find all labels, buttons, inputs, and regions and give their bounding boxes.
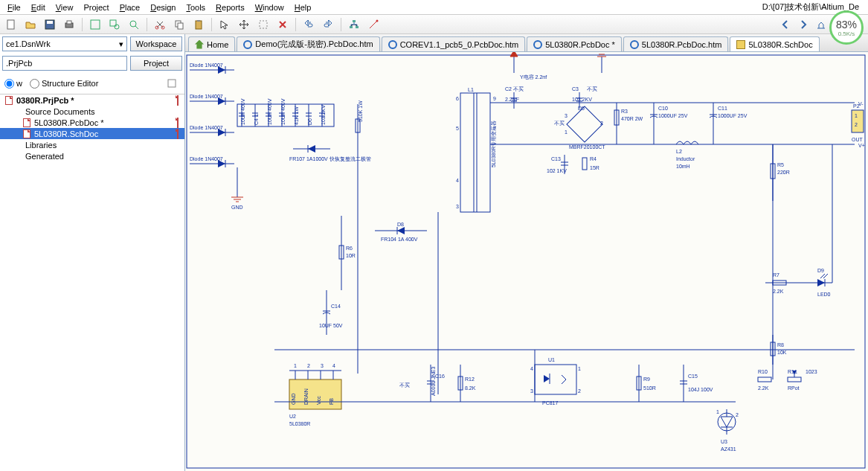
- svg-rect-19: [356, 26, 359, 28]
- radio-structure-input[interactable]: [30, 79, 39, 89]
- pin-5: 5: [456, 126, 459, 131]
- nb1-label: 不买: [399, 382, 410, 388]
- undo-button[interactable]: [300, 16, 317, 33]
- document-tab[interactable]: COREV1.1_pcb5_0.PcbDoc.htm: [382, 36, 526, 51]
- radio-fileview-input[interactable]: [4, 79, 14, 89]
- radio-structure[interactable]: Structure Editor: [30, 79, 98, 89]
- p2-label: P2: [853, 103, 860, 109]
- print-button[interactable]: [61, 16, 77, 33]
- tree-item-label: 0380R.PrjPcb *: [16, 96, 74, 105]
- r6v-label: 10R: [346, 253, 356, 258]
- select-button[interactable]: [216, 16, 233, 33]
- tree-item[interactable]: 0380R.PrjPcb *: [0, 94, 184, 106]
- c2-label: C2 不买: [505, 86, 524, 92]
- document-tab[interactable]: 5L0380R.PcbDoc.htm: [623, 36, 729, 51]
- r12-label: R12: [465, 377, 475, 382]
- project-field[interactable]: .PrjPcb: [2, 56, 127, 71]
- menu-window[interactable]: Window: [251, 1, 289, 13]
- menu-place[interactable]: Place: [115, 1, 145, 13]
- tree-item[interactable]: Libraries: [0, 139, 184, 150]
- svg-marker-139: [817, 279, 825, 286]
- speed-rate: 0.5K/s: [838, 31, 855, 37]
- project-tree[interactable]: 0380R.PrjPcb *Source Documents5L0380R.Pc…: [0, 94, 184, 471]
- l2a-label: Inductor: [676, 156, 695, 161]
- menu-design[interactable]: Design: [146, 1, 180, 13]
- move-button[interactable]: [236, 16, 252, 33]
- pin-3: 3: [456, 204, 459, 209]
- r9v-label: 510R: [643, 385, 656, 391]
- tree-item[interactable]: 5L0380R.SchDoc: [0, 128, 184, 139]
- document-tab[interactable]: Home: [188, 36, 235, 51]
- svg-rect-23: [187, 55, 865, 468]
- r5v-label: 220R: [777, 170, 790, 175]
- r7-label: R7: [773, 272, 779, 278]
- menu-help[interactable]: Help: [290, 1, 316, 13]
- tree-item[interactable]: Generated: [0, 150, 184, 161]
- document-tab[interactable]: Demo(完成版-脱密).PcbDoc.htm: [237, 36, 379, 51]
- ie-icon: [533, 40, 542, 49]
- project-field-value: .PrjPcb: [6, 59, 32, 68]
- u2-n1: 1: [294, 363, 297, 368]
- toolbar-separator: [211, 18, 212, 31]
- main-area: ce1.DsnWrk ▾ Workspace .PrjPcb Project w…: [0, 34, 868, 471]
- schematic-canvas[interactable]: Diode 1N4007 Diode 1N4007 Diode 1N4007 D…: [185, 52, 868, 471]
- tree-item[interactable]: Source Documents: [0, 106, 184, 117]
- menu-project[interactable]: Project: [79, 1, 113, 13]
- save-button[interactable]: [42, 16, 58, 33]
- u2-n2: 2: [307, 363, 310, 368]
- deselect-button[interactable]: [255, 16, 271, 33]
- menu-edit[interactable]: Edit: [27, 1, 50, 13]
- cross-probe-button[interactable]: [365, 16, 382, 33]
- menu-reports[interactable]: Reports: [211, 1, 249, 13]
- workspace-combo[interactable]: ce1.DsnWrk ▾: [2, 36, 127, 51]
- zoom-area-button[interactable]: [106, 16, 123, 33]
- menu-view[interactable]: View: [51, 1, 78, 13]
- p2-pin1: 1: [855, 113, 858, 118]
- transformer-label: 5L0380R专用变压器: [491, 121, 497, 167]
- d8-label: D8: [397, 222, 404, 227]
- panel-options-button[interactable]: [164, 75, 180, 92]
- d9-label: D9: [817, 268, 824, 273]
- tree-item[interactable]: 5L0380R.PcbDoc *: [0, 117, 184, 128]
- menu-file[interactable]: File: [3, 1, 25, 13]
- d5b-label: 不买: [554, 121, 565, 126]
- u1-p3: 3: [530, 388, 533, 394]
- paste-button[interactable]: [190, 16, 207, 33]
- nav-home-button[interactable]: [813, 16, 829, 33]
- document-tab[interactable]: 5L0380R.SchDoc: [730, 36, 819, 51]
- fr104-label: FR104 1A 400V: [381, 237, 418, 242]
- schematic-svg: Diode 1N4007 Diode 1N4007 Diode 1N4007 D…: [185, 52, 868, 471]
- speed-indicator: 83% 0.5K/s: [829, 10, 864, 45]
- svg-marker-71: [510, 52, 518, 57]
- zoom-fit-button[interactable]: [87, 16, 103, 33]
- document-tab[interactable]: 5L0380R.PcbDoc *: [527, 36, 622, 51]
- svg-rect-5: [91, 20, 100, 29]
- r-510k-label: 510K 1W: [358, 100, 363, 122]
- menu-tools[interactable]: Tools: [181, 1, 210, 13]
- u2-n3: 3: [321, 363, 324, 368]
- hierarchy-button[interactable]: [346, 16, 362, 33]
- radio-fileview[interactable]: w: [4, 79, 22, 89]
- c3-label: C3: [572, 86, 579, 92]
- cut-button[interactable]: [152, 16, 168, 33]
- svg-marker-119: [544, 375, 550, 382]
- open-button[interactable]: [22, 16, 39, 33]
- tree-item-label: 5L0380R.PcbDoc *: [34, 118, 104, 127]
- p2-pin2: 2: [855, 122, 858, 127]
- r3-label: R3: [621, 109, 628, 114]
- project-button[interactable]: Project: [130, 56, 182, 71]
- tab-label: 5L0380R.SchDoc: [748, 40, 812, 49]
- ie-icon: [388, 40, 397, 49]
- new-doc-button[interactable]: [3, 16, 19, 33]
- workspace-button[interactable]: Workspace: [130, 36, 182, 51]
- pin-6: 6: [456, 96, 459, 101]
- copy-button[interactable]: [171, 16, 187, 33]
- r9-label: R9: [643, 377, 650, 382]
- clear-button[interactable]: [274, 16, 291, 33]
- svg-line-9: [135, 26, 138, 29]
- nav-back-button[interactable]: [777, 16, 794, 33]
- redo-button[interactable]: [320, 16, 336, 33]
- zoom-sel-button[interactable]: [126, 16, 142, 33]
- tree-item-label: Source Documents: [25, 107, 95, 116]
- nav-fwd-button[interactable]: [795, 16, 811, 33]
